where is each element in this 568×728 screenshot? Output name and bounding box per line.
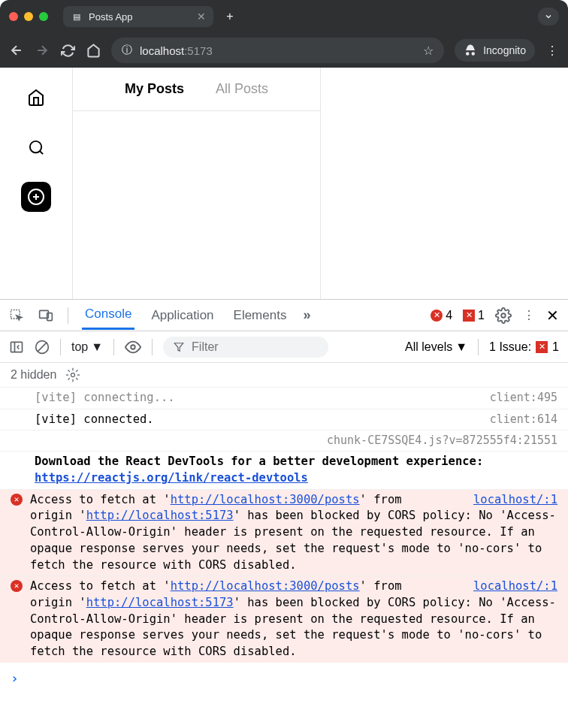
address-bar[interactable]: ⓘ localhost:5173 ☆ bbox=[111, 38, 444, 63]
error-icon: ✕ bbox=[11, 580, 23, 592]
reload-button[interactable] bbox=[60, 43, 75, 58]
devtools-close-icon[interactable]: ✕ bbox=[546, 307, 559, 325]
log-source[interactable]: chunk-CE7SSQE4.js?v=872555f4:21551 bbox=[319, 433, 557, 449]
console-settings-icon[interactable] bbox=[65, 367, 80, 382]
url-text: localhost:5173 bbox=[140, 44, 213, 57]
tab-all-posts[interactable]: All Posts bbox=[216, 81, 268, 97]
dropdown-icon: ▼ bbox=[91, 340, 103, 354]
minimize-window[interactable] bbox=[24, 12, 33, 21]
clear-console-icon[interactable] bbox=[35, 340, 50, 355]
incognito-label: Incognito bbox=[483, 44, 526, 56]
sidebar-home-button[interactable] bbox=[21, 83, 51, 113]
sidebar-create-button[interactable] bbox=[21, 182, 51, 212]
devtools-tab-elements[interactable]: Elements bbox=[231, 302, 290, 329]
incognito-badge[interactable]: Incognito bbox=[455, 39, 535, 62]
log-row: [vite] connecting... client:495 bbox=[0, 387, 568, 409]
browser-menu-icon[interactable]: ⋮ bbox=[545, 44, 559, 58]
hidden-count[interactable]: 2 hidden bbox=[11, 368, 56, 382]
sidebar-search-button[interactable] bbox=[21, 132, 51, 162]
svg-point-9 bbox=[71, 373, 75, 377]
issue-count-badge[interactable]: ✕1 bbox=[463, 309, 485, 322]
maximize-window[interactable] bbox=[39, 12, 48, 21]
close-tab-icon[interactable]: ✕ bbox=[197, 11, 206, 23]
log-source[interactable]: client:495 bbox=[482, 390, 557, 406]
filter-input[interactable] bbox=[192, 340, 318, 354]
error-icon: ✕ bbox=[11, 494, 23, 506]
new-tab-button[interactable]: + bbox=[219, 6, 240, 27]
svg-point-0 bbox=[29, 140, 41, 152]
log-source[interactable]: client:614 bbox=[482, 412, 557, 428]
issue-icon: ✕ bbox=[536, 341, 548, 353]
error-url-link[interactable]: http://localhost:3000/posts bbox=[171, 579, 360, 593]
devtools-tab-console[interactable]: Console bbox=[82, 301, 134, 330]
issue-icon: ✕ bbox=[463, 310, 475, 322]
forward-button[interactable] bbox=[35, 43, 50, 58]
devtools-tab-application[interactable]: Application bbox=[148, 302, 216, 329]
react-devtools-link[interactable]: https://reactjs.org/link/react-devtools bbox=[35, 471, 308, 485]
live-expression-icon[interactable] bbox=[125, 339, 141, 355]
inspect-icon[interactable] bbox=[9, 308, 24, 323]
issues-link[interactable]: 1 Issue: ✕1 bbox=[489, 340, 559, 354]
svg-rect-6 bbox=[11, 342, 23, 352]
filter-icon bbox=[174, 341, 184, 353]
log-row: [vite] connected. client:614 bbox=[0, 409, 568, 430]
browser-tab[interactable]: ▤ Posts App ✕ bbox=[63, 6, 213, 27]
tab-title: Posts App bbox=[89, 11, 191, 23]
settings-icon[interactable] bbox=[495, 307, 512, 324]
filter-input-wrap[interactable] bbox=[163, 337, 328, 358]
error-row: ✕ Access to fetch at 'http://localhost:3… bbox=[0, 575, 568, 662]
console-prompt[interactable]: › bbox=[0, 663, 568, 693]
error-source-link[interactable]: localhost/:1 bbox=[473, 492, 557, 509]
svg-point-5 bbox=[501, 313, 506, 318]
site-info-icon[interactable]: ⓘ bbox=[122, 44, 132, 57]
page-icon: ▤ bbox=[71, 11, 83, 23]
toggle-drawer-icon[interactable] bbox=[9, 340, 24, 355]
error-origin-link[interactable]: http://localhost:5173 bbox=[86, 596, 234, 609]
bookmark-icon[interactable]: ☆ bbox=[423, 44, 434, 58]
log-row: Download the React DevTools for a better… bbox=[0, 451, 568, 488]
context-selector[interactable]: top ▼ bbox=[71, 340, 103, 354]
devtools-menu-icon[interactable]: ⋮ bbox=[522, 308, 536, 322]
error-url-link[interactable]: http://localhost:3000/posts bbox=[171, 493, 360, 506]
log-row: chunk-CE7SSQE4.js?v=872555f4:21551 bbox=[0, 430, 568, 451]
devtools-more-tabs-icon[interactable]: » bbox=[303, 307, 310, 323]
back-button[interactable] bbox=[9, 43, 24, 58]
tab-my-posts[interactable]: My Posts bbox=[125, 81, 184, 97]
incognito-icon bbox=[464, 44, 477, 57]
log-levels-selector[interactable]: All levels ▼ bbox=[405, 340, 467, 354]
window-controls[interactable] bbox=[9, 12, 48, 21]
tab-overflow-button[interactable] bbox=[538, 8, 559, 26]
error-row: ✕ Access to fetch at 'http://localhost:3… bbox=[0, 489, 568, 575]
device-toggle-icon[interactable] bbox=[38, 308, 54, 323]
close-window[interactable] bbox=[9, 12, 18, 21]
error-icon: ✕ bbox=[431, 310, 443, 322]
home-button[interactable] bbox=[86, 43, 101, 58]
error-count-badge[interactable]: ✕4 bbox=[431, 309, 452, 322]
error-source-link[interactable]: localhost/:1 bbox=[473, 578, 557, 595]
svg-point-8 bbox=[131, 345, 135, 349]
error-origin-link[interactable]: http://localhost:5173 bbox=[86, 509, 234, 522]
dropdown-icon: ▼ bbox=[455, 340, 467, 354]
